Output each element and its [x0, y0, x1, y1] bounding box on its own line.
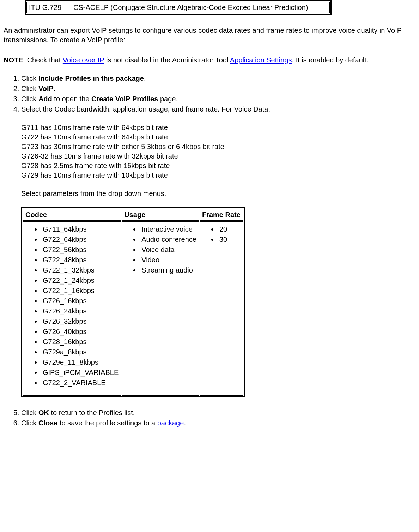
note-text-1: : Check that: [23, 56, 63, 64]
list-item: Audio conference: [140, 235, 196, 244]
note-paragraph: NOTE: Check that Voice over IP is not di…: [4, 55, 415, 65]
codec-line: G728 has 2.5ms frame rate with 16kbps bi…: [21, 161, 412, 171]
list-item: G726_24kbps: [41, 306, 119, 316]
frame-rate-cell: 20 30: [200, 221, 243, 396]
step-4: Select the Codec bandwidth, application …: [21, 104, 412, 397]
list-item: G726_40kbps: [41, 327, 119, 336]
step-2-text-a: Click: [21, 85, 38, 92]
step-3-bold-2: Create VoIP Profiles: [91, 95, 158, 103]
header-codec: Codec: [23, 209, 121, 221]
step-5-text-c: to return to the Profiles list.: [49, 409, 135, 417]
list-item: G722_1_24kbps: [41, 276, 119, 285]
step-3-text-e: page.: [158, 95, 178, 103]
step-2: Click VoIP.: [21, 84, 412, 94]
list-item: G722_48kbps: [41, 255, 119, 265]
step-6-text-d: .: [184, 419, 186, 427]
intro-paragraph: An administrator can export VoIP setting…: [4, 26, 415, 45]
codec-line: G711 has 10ms frame rate with 64kbps bit…: [21, 123, 412, 132]
codec-desc-cell: CS-ACELP (Conjugate Structure Algebraic-…: [71, 2, 330, 13]
list-item: 20: [218, 225, 241, 234]
step-3-text-a: Click: [21, 95, 38, 103]
list-item: G722_56kbps: [41, 245, 119, 255]
note-label: NOTE: [4, 56, 23, 64]
step-3-text-c: to open the: [52, 95, 91, 103]
list-item: 30: [218, 235, 241, 244]
list-item: GIPS_iPCM_VARIABLE: [41, 368, 119, 377]
frame-rate-list: 20 30: [202, 225, 241, 244]
list-item: Voice data: [140, 245, 196, 255]
list-item: Streaming audio: [140, 265, 196, 275]
step-5-bold: OK: [38, 409, 49, 417]
list-item: G722_1_32kbps: [41, 265, 119, 275]
list-item: G728_16kbps: [41, 337, 119, 347]
step-1-text-c: .: [144, 74, 146, 82]
step-6: Click Close to save the profile settings…: [21, 418, 412, 428]
step-1: Click Include Profiles in this package.: [21, 74, 412, 83]
codec-cell: G711_64kbps G722_64kbps G722_56kbps G722…: [23, 221, 121, 396]
steps-list: Click Include Profiles in this package. …: [7, 74, 412, 428]
note-text-3: . It is enabled by default.: [292, 56, 369, 64]
codec-line: G729 has 10ms frame rate with 10kbps bit…: [21, 171, 412, 180]
application-settings-link[interactable]: Application Settings: [230, 56, 292, 64]
list-item: G726_16kbps: [41, 296, 119, 306]
step-6-text-a: Click: [21, 419, 38, 427]
list-item: G729a_8kbps: [41, 347, 119, 357]
step-2-bold: VoIP: [38, 85, 54, 92]
codec-line: G722 has 10ms frame rate with 64kbps bit…: [21, 132, 412, 142]
codec-name-cell: ITU G.729: [26, 2, 70, 13]
step-5: Click OK to return to the Profiles list.: [21, 408, 412, 418]
list-item: Video: [140, 255, 196, 265]
step-4-text: Select the Codec bandwidth, application …: [21, 105, 270, 113]
package-link[interactable]: package: [157, 419, 184, 427]
step-3-bold-1: Add: [38, 95, 52, 103]
header-frame-rate: Frame Rate: [200, 209, 243, 221]
list-item: G726_32kbps: [41, 317, 119, 326]
usage-list: Interactive voice Audio conference Voice…: [124, 225, 196, 275]
list-item: G722_64kbps: [41, 235, 119, 244]
step-5-text-a: Click: [21, 409, 38, 417]
codec-list: G711_64kbps G722_64kbps G722_56kbps G722…: [25, 225, 119, 388]
parameters-table: Codec Usage Frame Rate G711_64kbps G722_…: [21, 207, 245, 397]
codec-definition-table: ITU G.729 CS-ACELP (Conjugate Structure …: [25, 0, 332, 15]
note-text-2: is not disabled in the Administrator Too…: [104, 56, 230, 64]
list-item: Interactive voice: [140, 225, 196, 234]
header-usage: Usage: [122, 209, 199, 221]
step-6-text-c: to save the profile settings to a: [57, 419, 157, 427]
usage-cell: Interactive voice Audio conference Voice…: [122, 221, 199, 396]
codec-line: G723 has 30ms frame rate with either 5.3…: [21, 142, 412, 151]
list-item: G711_64kbps: [41, 225, 119, 234]
list-item: G722_1_16kbps: [41, 286, 119, 295]
codec-info-block: G711 has 10ms frame rate with 64kbps bit…: [21, 123, 412, 180]
step-1-text-a: Click: [21, 74, 38, 82]
step-3: Click Add to open the Create VoIP Profil…: [21, 94, 412, 104]
select-parameters-text: Select parameters from the drop down men…: [21, 189, 412, 198]
step-2-text-c: .: [54, 85, 56, 92]
step-1-bold: Include Profiles in this package: [38, 74, 144, 82]
list-item: G729e_11_8kbps: [41, 358, 119, 367]
voice-over-ip-link[interactable]: Voice over IP: [63, 56, 104, 64]
list-item: G722_2_VARIABLE: [41, 378, 119, 388]
codec-line: G726-32 has 10ms frame rate with 32kbps …: [21, 151, 412, 161]
step-6-bold: Close: [38, 419, 57, 427]
